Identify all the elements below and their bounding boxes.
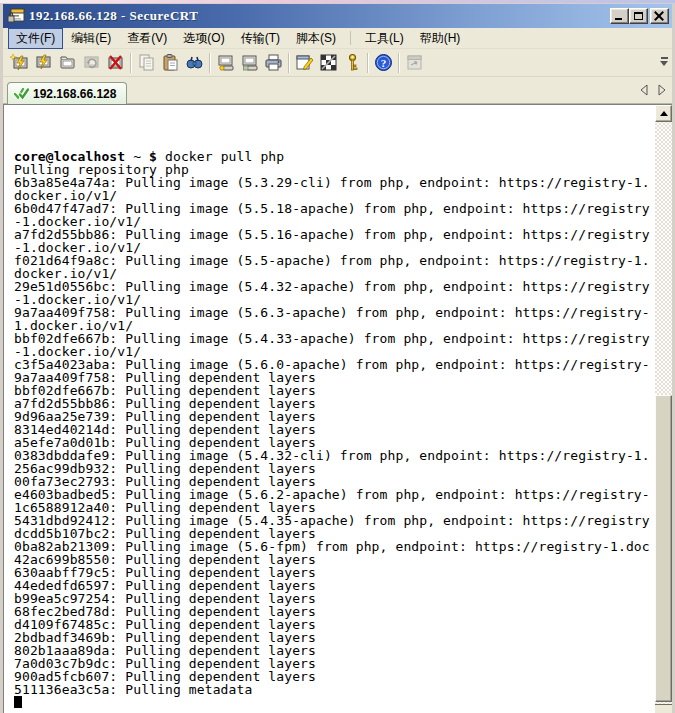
terminal-output: Pulling repository php 6b3a85e4a74a: Pul… [14, 163, 654, 696]
title-bar[interactable]: 192.168.66.128 - SecureCRT [3, 4, 672, 28]
minimize-icon [615, 18, 622, 20]
svg-text:?: ? [380, 57, 386, 69]
toolbar-overflow-button[interactable] [658, 54, 670, 72]
terminal-area[interactable]: core@localhost ~ $ docker pull phpPullin… [3, 104, 672, 713]
app-icon [7, 8, 25, 24]
copy-icon [137, 53, 156, 72]
help-icon: ? [374, 53, 393, 72]
overflow-bar-icon [661, 57, 668, 59]
raw-log-icon [240, 53, 259, 72]
securecrt-window: 192.168.66.128 - SecureCRT 文件(F) 编辑(E) 查… [0, 3, 675, 713]
maximize-button[interactable] [629, 8, 648, 24]
menu-view[interactable]: 查看(V) [119, 28, 175, 49]
paste-button[interactable] [158, 51, 182, 75]
terminal-cursor [14, 696, 22, 708]
session-options-icon [295, 53, 314, 72]
print-icon [264, 53, 283, 72]
toolbar-separator [367, 53, 368, 73]
menu-tools[interactable]: 工具(L) [357, 28, 412, 49]
scroll-up-button[interactable] [655, 105, 672, 122]
menu-transfer[interactable]: 传输(T) [233, 28, 288, 49]
scrollbar-thumb[interactable] [655, 395, 672, 702]
print-button[interactable] [261, 51, 285, 75]
log-session-button[interactable] [213, 51, 237, 75]
quick-connect-icon [10, 53, 29, 72]
menu-file[interactable]: 文件(F) [8, 28, 63, 49]
security-key-icon [343, 53, 362, 72]
find-button[interactable] [182, 51, 206, 75]
quick-connect-button[interactable] [7, 51, 31, 75]
paste-icon [161, 53, 180, 72]
menu-edit[interactable]: 编辑(E) [63, 28, 119, 49]
keymap-editor-button[interactable] [316, 51, 340, 75]
disconnect-icon [106, 53, 125, 72]
app-window-icon [405, 53, 424, 72]
menu-script[interactable]: 脚本(S) [288, 28, 344, 49]
maximize-icon [634, 12, 643, 20]
connected-check-icon [14, 87, 29, 100]
menu-separator [350, 31, 351, 45]
menu-options[interactable]: 选项(O) [175, 28, 232, 49]
toolbar-separator [130, 53, 131, 73]
scroll-down-button[interactable] [655, 704, 672, 713]
raw-log-button[interactable] [237, 51, 261, 75]
close-button[interactable] [650, 8, 669, 24]
toolbar-separator [288, 53, 289, 73]
keymap-editor-icon [319, 53, 338, 72]
overflow-chevron-icon [660, 61, 668, 70]
connect-icon [34, 53, 53, 72]
vertical-scrollbar[interactable] [655, 105, 672, 713]
menu-bar: 文件(F) 编辑(E) 查看(V) 选项(O) 传输(T) 脚本(S) 工具(L… [3, 28, 672, 49]
window-title: 192.168.66.128 - SecureCRT [29, 8, 610, 24]
app-window-button[interactable] [402, 51, 426, 75]
disconnect-button[interactable] [103, 51, 127, 75]
find-icon [185, 53, 204, 72]
session-options-button[interactable] [292, 51, 316, 75]
terminal-text: core@localhost ~ $ docker pull phpPullin… [4, 105, 654, 713]
connect-in-tab-button[interactable] [55, 51, 79, 75]
toolbar-separator [398, 53, 399, 73]
menu-help[interactable]: 帮助(H) [412, 28, 469, 49]
log-session-icon [216, 53, 235, 72]
toolbar-separator [209, 53, 210, 73]
tab-scroll-right-button[interactable] [658, 84, 666, 96]
minimize-button[interactable] [610, 8, 629, 24]
copy-button[interactable] [134, 51, 158, 75]
tab-scroll-left-button[interactable] [640, 84, 648, 96]
reconnect-icon [82, 53, 101, 72]
toolbar: ? [3, 49, 672, 77]
help-button[interactable]: ? [371, 51, 395, 75]
close-icon [651, 9, 668, 23]
reconnect-button[interactable] [79, 51, 103, 75]
connect-button[interactable] [31, 51, 55, 75]
session-tab[interactable]: 192.168.66.128 [7, 82, 127, 104]
connect-in-tab-icon [58, 53, 77, 72]
session-tab-label: 192.168.66.128 [33, 87, 116, 101]
security-key-button[interactable] [340, 51, 364, 75]
tab-bar: 192.168.66.128 [3, 77, 672, 104]
